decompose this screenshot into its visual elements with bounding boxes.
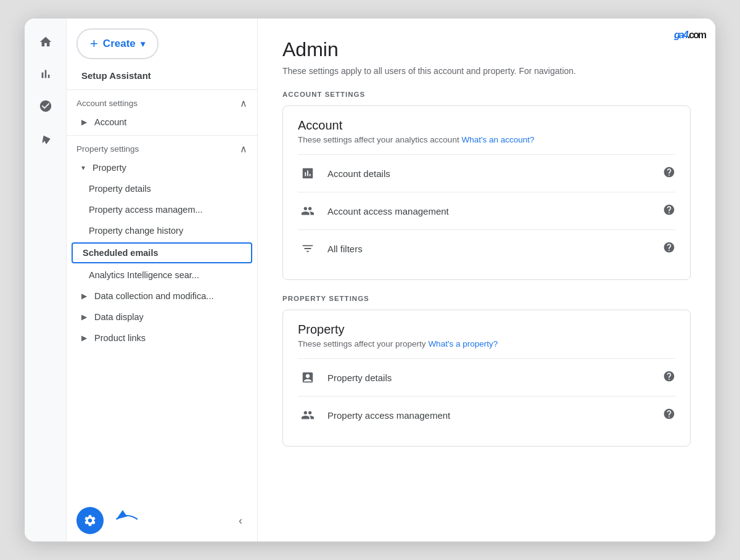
- page-description: These settings apply to all users of thi…: [282, 66, 603, 76]
- property-card: Property These settings affect your prop…: [282, 310, 691, 447]
- data-collection-label: Data collection and modifica...: [94, 291, 213, 301]
- property-access-row[interactable]: Property access management: [298, 396, 675, 434]
- account-item[interactable]: ▶ Account: [67, 112, 257, 133]
- product-links-item[interactable]: ▶ Product links: [67, 327, 257, 348]
- account-card-title: Account: [298, 118, 675, 133]
- all-filters-help[interactable]: [663, 241, 675, 257]
- scheduled-emails-label: Scheduled emails: [83, 248, 158, 258]
- all-filters-row[interactable]: All filters: [298, 229, 675, 267]
- account-settings-header[interactable]: Account settings ∧: [67, 93, 257, 112]
- property-access-icon: [298, 405, 318, 425]
- analytics-intelligence-item[interactable]: Analytics Intelligence sear...: [67, 265, 257, 286]
- account-access-help[interactable]: [663, 204, 675, 219]
- activity-icon[interactable]: [32, 93, 59, 120]
- page-title: Admin: [282, 38, 691, 61]
- property-settings-label: PROPERTY SETTINGS: [282, 295, 691, 302]
- account-settings-label: ACCOUNT SETTINGS: [282, 91, 691, 98]
- setup-assistant-item[interactable]: Setup Assistant: [67, 64, 257, 87]
- property-card-title: Property: [298, 323, 675, 337]
- nav-panel: + Create ▾ Setup Assistant Account setti…: [67, 19, 258, 541]
- data-collection-arrow: ▶: [81, 292, 87, 300]
- property-change-history-item[interactable]: Property change history: [67, 220, 257, 241]
- account-settings-chevron: ∧: [240, 97, 247, 109]
- property-arrow: ▾: [81, 163, 85, 172]
- divider-2: [67, 135, 257, 136]
- whats-property-link[interactable]: What's a property?: [428, 339, 498, 348]
- settings-button[interactable]: [76, 507, 104, 534]
- property-access-item[interactable]: Property access managem...: [67, 199, 257, 220]
- property-details-icon: [298, 368, 318, 387]
- account-label: Account: [94, 117, 126, 127]
- arrow-indicator: [111, 509, 141, 532]
- scheduled-emails-item[interactable]: Scheduled emails: [72, 242, 252, 263]
- property-details-row[interactable]: Property details: [298, 358, 675, 396]
- chevron-icon: ▾: [141, 39, 145, 49]
- all-filters-label: All filters: [327, 244, 653, 254]
- icon-sidebar: [25, 19, 67, 541]
- account-access-row[interactable]: Account access management: [298, 192, 675, 229]
- bottom-settings-bar: ‹: [67, 500, 257, 541]
- ga4-logo: ga4.com: [674, 26, 705, 52]
- data-display-label: Data display: [94, 312, 144, 322]
- create-button[interactable]: + Create ▾: [76, 28, 158, 59]
- account-settings-title: Account settings: [76, 99, 138, 108]
- property-settings-chevron: ∧: [240, 143, 247, 155]
- account-details-label: Account details: [327, 168, 653, 179]
- data-display-item[interactable]: ▶ Data display: [67, 307, 257, 327]
- divider-1: [67, 89, 257, 90]
- property-access-label: Property access management: [327, 410, 653, 421]
- property-details-label: Property details: [327, 373, 653, 383]
- account-card: Account These settings affect your analy…: [282, 105, 691, 280]
- account-card-desc: These settings affect your analytics acc…: [298, 135, 675, 144]
- account-details-help[interactable]: [663, 166, 675, 181]
- cursor-icon[interactable]: [32, 125, 59, 152]
- account-arrow: ▶: [81, 118, 87, 126]
- data-display-arrow: ▶: [81, 313, 87, 321]
- home-icon[interactable]: [32, 28, 59, 56]
- bar-chart-icon[interactable]: [32, 60, 59, 88]
- property-access-help[interactable]: [663, 408, 675, 423]
- property-label: Property: [92, 163, 126, 173]
- property-details-help[interactable]: [663, 370, 675, 385]
- property-details-item[interactable]: Property details: [67, 178, 257, 199]
- property-settings-header[interactable]: Property settings ∧: [67, 138, 257, 157]
- plus-icon: +: [90, 36, 98, 52]
- nav-scroll-area: ▾ Property Property details Property acc…: [67, 157, 257, 500]
- product-links-label: Product links: [94, 333, 146, 343]
- account-details-icon: [298, 163, 318, 183]
- collapse-button[interactable]: ‹: [234, 509, 247, 532]
- property-card-desc: These settings affect your property What…: [298, 339, 675, 348]
- property-settings-title: Property settings: [76, 144, 139, 154]
- main-content: Admin These settings apply to all users …: [258, 19, 715, 541]
- account-details-row[interactable]: Account details: [298, 154, 675, 192]
- property-item[interactable]: ▾ Property: [67, 157, 257, 178]
- account-access-icon: [298, 201, 318, 221]
- account-access-label: Account access management: [327, 206, 653, 216]
- all-filters-icon: [298, 239, 318, 258]
- whats-account-link[interactable]: What's an account?: [461, 135, 534, 144]
- create-label: Create: [103, 38, 136, 50]
- data-collection-item[interactable]: ▶ Data collection and modifica...: [67, 286, 257, 307]
- product-links-arrow: ▶: [81, 334, 87, 342]
